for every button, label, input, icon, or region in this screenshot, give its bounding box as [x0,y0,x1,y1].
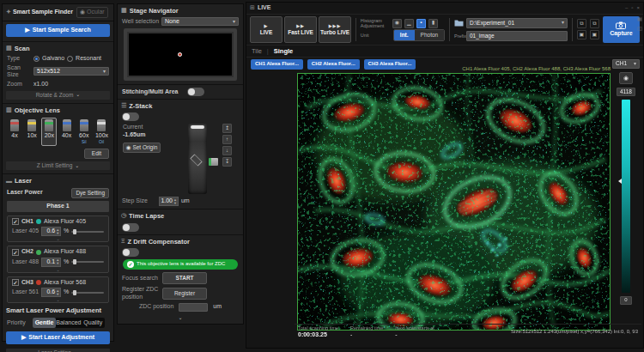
focus-search-start-button[interactable]: START [162,272,207,284]
tab-tile[interactable]: Tile [252,47,262,55]
laser-setting-expander[interactable]: Laser Setting ⌄ [6,349,110,352]
ch2-checkbox[interactable]: ✓ [12,249,19,256]
stitching-label: Stitching/Multi Area [122,88,178,96]
objective-100x[interactable]: 100x Oil [94,118,109,146]
objective-40x[interactable]: 40x [59,118,75,146]
stitching-toggle[interactable] [187,88,204,96]
prefix-input[interactable]: 01_image [466,31,568,41]
z-position-slider[interactable] [188,124,207,194]
live-image-viewport[interactable] [297,73,611,331]
scan-size-select[interactable]: 512x512 ▾ [33,67,109,76]
objective-20x[interactable]: 20x [41,118,57,146]
start-sample-search-button[interactable]: ▶ Start Sample Search [6,24,110,37]
laser-power-slider[interactable] [71,292,104,294]
resonant-radio[interactable] [67,56,73,62]
set-origin-button[interactable]: ◉ Set Origin [123,143,161,153]
histogram-mode-mid-button[interactable]: ▪ [416,19,426,28]
tab-ocular[interactable]: ◉ Ocular [76,7,108,18]
spinner-arrows-icon[interactable]: ▲▼ [56,258,59,265]
z-slider-handle[interactable] [191,125,204,129]
dye-setting-button[interactable]: Dye Setting [71,188,109,198]
objective-edit-button[interactable]: Edit [84,149,109,159]
zdc-toggle[interactable] [122,248,139,257]
zstack-icon: ☰ [121,102,126,110]
laser-power-spinner[interactable]: 0.6 ▲▼ [41,288,61,297]
well-selection-select[interactable]: None ▾ [161,17,239,26]
channel-expander[interactable]: ⌄ [8,268,108,271]
channel-expander[interactable]: ⌄ [8,298,108,301]
spinner-arrows-icon[interactable]: ▲▼ [173,198,177,205]
z-bottom-button[interactable]: ↧ [222,157,232,167]
unit-photon-button[interactable]: Photon [415,30,445,40]
laser-power-spinner[interactable]: 0.1 ▲▼ [41,258,61,267]
live-button[interactable]: ▶ LIVE [250,16,283,43]
capture-mode-1-icon[interactable]: ⧉ [577,19,586,28]
chevron-down-icon: ⌄ [178,315,182,322]
display-channel-strip: CH1 ▾ ◉ 4118 0 [611,59,641,305]
channel-expander[interactable]: ⌄ [8,237,108,240]
zstack-section-title: Z-Stack [129,102,152,110]
save-path-select[interactable]: D:\Experiment_01 ▾ [466,18,568,28]
zstack-toggle[interactable] [122,112,139,121]
tab-smart-sample-finder[interactable]: ✦ Smart Sample Finder [6,9,73,16]
side-panel-icon[interactable]: ◫ [637,26,642,33]
unit-int-button[interactable]: Int. [394,30,415,40]
z-current-value: -1.65um [123,131,161,139]
folder-icon[interactable] [454,19,464,27]
rotate-zoom-expander[interactable]: Rotate & Zoom ⌄ [6,91,110,100]
phase-tab[interactable]: Phase 1 [7,201,109,212]
scan-icon: ▤ [6,45,12,52]
z-current-plane-marker [190,155,202,167]
z-top-button[interactable]: ↥ [222,124,232,133]
objective-4x[interactable]: 4x [7,118,22,146]
turbo-live-button[interactable]: ▶▶▶ Turbo LIVE [319,16,351,43]
live-titlebar: ⊞ LIVE – ▫ × [246,3,643,15]
z-up-button[interactable]: ↑ [222,135,232,144]
tab-single[interactable]: Single [274,47,294,55]
stage-map[interactable] [124,28,237,81]
histogram-panel-icon[interactable]: ▤ [637,16,642,23]
priority-quality[interactable]: Quality [82,318,106,329]
app-window: ✦ Smart Sample Finder ◉ Ocular ▶ Start S… [0,0,644,352]
stage-map-area[interactable] [129,33,232,76]
ch3-checkbox[interactable]: ✓ [12,279,19,286]
spinner-arrows-icon[interactable]: ▲▼ [56,228,59,235]
priority-balanced[interactable]: Balanced [56,318,81,329]
close-icon[interactable]: × [636,5,640,12]
spinner-arrows-icon[interactable]: ▲▼ [56,289,59,296]
minimize-icon[interactable]: – [625,5,628,12]
histogram-mode-min-button[interactable]: ▁ [404,19,414,28]
histogram-mode-full-button[interactable]: ▮ [428,19,438,28]
lut-min-value: 0 [620,296,631,305]
capture-button[interactable]: Capture [603,16,640,43]
register-button[interactable]: Register [162,288,207,300]
galvano-radio[interactable] [33,56,39,62]
capture-mode-2-icon[interactable]: ⧉ [590,19,599,28]
capture-mode-3-icon[interactable]: ▣ [577,30,586,39]
auto-lut-button[interactable]: ◉ [619,72,633,84]
dye-name: Alexa Fluor 405 [44,218,86,226]
auto-histogram-button[interactable]: ◉ [392,19,402,28]
priority-gentle[interactable]: Gentle [33,318,57,329]
z-down-button[interactable]: ↓ [222,146,232,155]
divider [355,18,356,41]
laser-power-slider[interactable] [71,231,104,233]
popout-icon[interactable]: ▫ [631,5,633,12]
zdc-expander[interactable]: ⌄ [121,314,240,323]
display-channel-select[interactable]: CH1 ▾ [612,59,640,69]
fast-live-button[interactable]: ▶▶ Fast LIVE [284,16,317,43]
ch1-pill[interactable]: CH1 Alexa Fluor... [251,59,303,70]
capture-mode-4-icon[interactable]: ▣ [590,30,599,39]
ch1-checkbox[interactable]: ✓ [12,218,19,225]
objective-10x[interactable]: 10x [24,118,39,146]
z-limit-expander[interactable]: Z Limit Setting ⌄ [6,161,110,170]
step-size-spinner[interactable]: 1.00 ▲▼ [159,197,179,206]
lut-gradient-slider[interactable] [622,100,630,293]
timelapse-toggle[interactable] [122,223,139,232]
objective-60x[interactable]: 60x Sil [76,118,92,146]
lut-handle[interactable] [618,179,622,184]
laser-power-spinner[interactable]: 0.6 ▲▼ [41,227,61,236]
start-laser-adjustment-button[interactable]: ▶ Start Laser Adjustment [6,331,110,344]
zdc-position-field[interactable] [179,303,208,312]
laser-power-slider[interactable] [71,261,104,263]
